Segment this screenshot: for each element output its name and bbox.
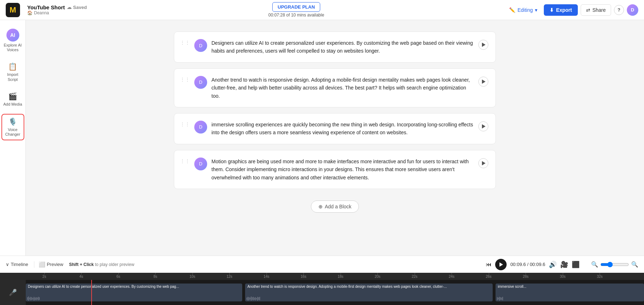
play-triangle-2 (482, 79, 486, 84)
topbar: M YouTube Short ☁ Saved 🏠 Deanna UPGRADE… (0, 0, 644, 20)
ruler-mark-4s: 4s (63, 275, 100, 279)
drag-handle-1[interactable]: ⋮⋮ (180, 40, 190, 45)
track-clip-3[interactable]: immersive scroll... (496, 284, 644, 301)
project-name: YouTube Short (27, 4, 65, 10)
preview-icon: ⬜ (39, 261, 45, 268)
timeline-controls: ⏮ 00:09.6 / 00:09.6 🔊 🎥 ⬛ (486, 259, 580, 270)
share-button[interactable]: ⇄ Share (581, 4, 611, 16)
track-clip-1[interactable]: Designers can utilize AI to create perso… (26, 284, 242, 301)
chevron-down-icon: ▾ (535, 7, 537, 13)
shift-hint: Shift + Click to play older preview (69, 262, 134, 267)
time-usage: 00:07:28 of 10 mins available (268, 13, 324, 18)
block-avatar-1: D (194, 39, 207, 52)
avatar-image-2: D (194, 76, 207, 89)
share-icon: ⇄ (586, 7, 590, 13)
sidebar-label-explore-ai: Explore AI Voices (3, 43, 23, 52)
scene-button[interactable]: 🎥 (560, 261, 568, 268)
script-block-2: ⋮⋮ D Another trend to watch is responsiv… (174, 68, 496, 107)
ruler-marks: 2s 4s 6s 8s 10s 12s 14s 16s 18s 20s 22s … (0, 275, 644, 279)
block-text-4: Motion graphics are being used more and … (211, 158, 474, 181)
avatar-image-1: D (194, 39, 207, 52)
zoom-out-button[interactable]: 🔍 (591, 261, 598, 268)
preview-toggle[interactable]: ⬜ Preview (34, 261, 63, 268)
sidebar-item-explore-ai[interactable]: AI Explore AI Voices (1, 26, 24, 55)
play-pause-button[interactable] (495, 259, 507, 270)
clip-label-1: Designers can utilize AI to create perso… (26, 284, 242, 296)
volume-button[interactable]: 🔊 (549, 261, 557, 268)
home-icon: 🏠 (27, 10, 33, 15)
ruler-mark-12s: 12s (211, 275, 248, 279)
play-button-2[interactable] (478, 77, 488, 87)
zoom-slider[interactable] (600, 262, 629, 267)
time-display: 00:09.6 / 00:09.6 (510, 262, 545, 267)
block-text-3: immersive scrolling experiences are quic… (211, 121, 474, 137)
cloud-icon: ☁ (67, 5, 72, 10)
block-avatar-3: D (194, 121, 207, 134)
breadcrumb-user: Deanna (34, 10, 49, 15)
sidebar-label-voice-changer: Voice Changer (4, 127, 22, 137)
clip-waveform-1 (26, 296, 242, 301)
play-triangle-1 (482, 43, 486, 47)
plus-icon: ⊕ (318, 204, 323, 209)
script-block-3: ⋮⋮ D immersive scrolling experiences are… (174, 113, 496, 144)
import-script-icon: 📋 (8, 62, 17, 71)
clip-label-3: immersive scroll... (496, 284, 644, 296)
ruler-mark-30s: 30s (544, 275, 581, 279)
ruler-mark-26s: 26s (470, 275, 507, 279)
clip-waveform-3 (496, 296, 644, 301)
ruler-mark-24s: 24s (433, 275, 470, 279)
timeline-track-area: 2s 4s 6s 8s 10s 12s 14s 16s 18s 20s 22s … (0, 273, 644, 305)
avatar-image-4: D (194, 158, 207, 170)
breadcrumb: 🏠 Deanna (27, 10, 87, 15)
play-icon (499, 262, 503, 267)
caption-button[interactable]: ⬛ (572, 261, 580, 268)
playhead[interactable] (91, 280, 92, 305)
timeline-ruler: 2s 4s 6s 8s 10s 12s 14s 16s 18s 20s 22s … (0, 273, 644, 280)
script-block-4: ⋮⋮ D Motion graphics are being used more… (174, 150, 496, 189)
add-media-icon: 🎬 (8, 92, 17, 101)
clip-waveform-2 (245, 296, 492, 301)
ruler-mark-22s: 22s (396, 275, 433, 279)
track-clip-2[interactable]: Another trend to watch is responsive des… (245, 284, 492, 301)
topbar-actions: ✏️ Editing ▾ ⬇ Export ⇄ Share ? D (506, 4, 638, 16)
avatar[interactable]: D (627, 4, 638, 16)
skip-back-button[interactable]: ⏮ (486, 261, 492, 268)
block-avatar-2: D (194, 76, 207, 89)
sidebar-item-add-media[interactable]: 🎬 Add Media (1, 89, 24, 110)
sidebar-label-add-media: Add Media (3, 102, 22, 107)
usage-info: UPGRADE PLAN 00:07:28 of 10 mins availab… (268, 2, 324, 18)
editing-button[interactable]: ✏️ Editing ▾ (506, 5, 541, 15)
timeline-toggle[interactable]: ∨ Timeline (6, 262, 28, 267)
export-button[interactable]: ⬇ Export (544, 4, 577, 16)
sidebar-item-voice-changer[interactable]: 🎙️ Voice Changer (1, 114, 24, 140)
voice-changer-icon: 🎙️ (8, 117, 17, 126)
ruler-mark-10s: 10s (174, 275, 211, 279)
chevron-down-icon: ∨ (6, 262, 9, 267)
zoom-controls: 🔍 🔍 (591, 261, 638, 268)
play-button-3[interactable] (478, 121, 488, 131)
help-button[interactable]: ? (614, 5, 624, 15)
ruler-mark-2s: 2s (26, 275, 63, 279)
ruler-mark-20s: 20s (359, 275, 396, 279)
avatar-image: D (627, 4, 638, 16)
drag-handle-3[interactable]: ⋮⋮ (180, 121, 190, 127)
ruler-mark-28s: 28s (507, 275, 545, 279)
clip-label-2: Another trend to watch is responsive des… (245, 284, 492, 296)
zoom-in-button[interactable]: 🔍 (631, 261, 638, 268)
upgrade-button[interactable]: UPGRADE PLAN (272, 2, 320, 12)
drag-handle-2[interactable]: ⋮⋮ (180, 77, 190, 82)
drag-handle-4[interactable]: ⋮⋮ (180, 158, 190, 164)
avatar-image-3: D (194, 121, 207, 134)
download-icon: ⬇ (550, 7, 554, 13)
play-button-4[interactable] (478, 158, 488, 168)
ruler-mark-6s: 6s (100, 275, 137, 279)
block-avatar-4: D (194, 158, 207, 170)
add-block-button[interactable]: ⊕ Add a Block (311, 200, 359, 213)
play-button-1[interactable] (478, 40, 488, 50)
play-triangle-3 (482, 124, 486, 129)
track-sidebar-spacer: 🎤 (0, 280, 26, 305)
pencil-icon: ✏️ (509, 7, 515, 13)
ruler-mark-18s: 18s (322, 275, 359, 279)
sidebar-item-import-script[interactable]: 📋 Import Script (1, 59, 24, 84)
main-layout: AI Explore AI Voices 📋 Import Script 🎬 A… (0, 20, 644, 256)
